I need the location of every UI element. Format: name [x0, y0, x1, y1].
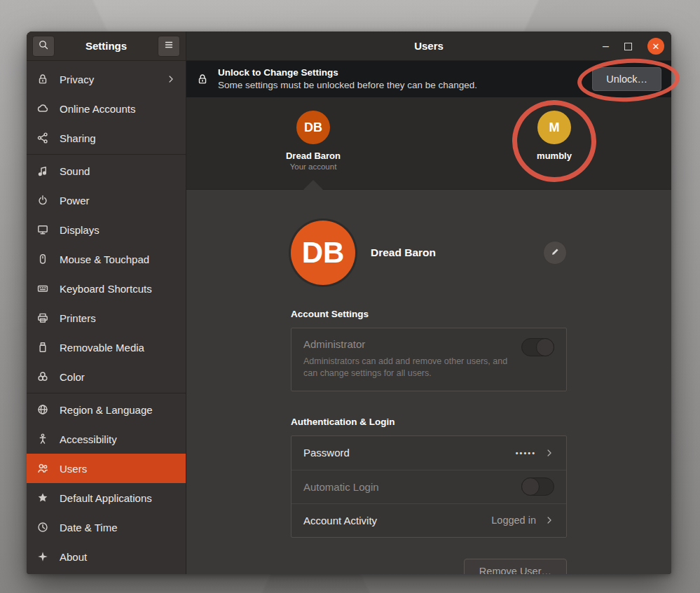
- minimize-button[interactable]: –: [603, 43, 609, 50]
- sidebar-item-printers[interactable]: Printers: [27, 303, 186, 333]
- sidebar-item-label: Region & Language: [60, 404, 176, 416]
- user-detail-panel: DB Dread Baron Account Settings Administ…: [186, 190, 671, 574]
- sidebar-item-mouse-touchpad[interactable]: Mouse & Touchpad: [27, 244, 186, 274]
- search-button[interactable]: [32, 36, 55, 57]
- sidebar-item-about[interactable]: About: [27, 542, 186, 571]
- carousel-user-dread-baron[interactable]: DB Dread Baron Your account: [268, 111, 359, 171]
- sidebar-divider: [27, 154, 186, 155]
- accessibility-icon: [36, 433, 49, 445]
- sidebar-item-sound[interactable]: Sound: [27, 156, 186, 186]
- password-row[interactable]: Password •••••: [291, 436, 566, 470]
- toggle-knob: [521, 477, 540, 496]
- auth-login-heading: Authentication & Login: [291, 417, 567, 427]
- removable-media-icon: [36, 341, 49, 354]
- avatar-dread-baron: DB: [296, 111, 330, 144]
- lock-icon: [196, 73, 209, 85]
- sidebar: Settings PrivacyOnline AccountsSharingSo…: [27, 32, 186, 574]
- sidebar-divider: [27, 393, 186, 393]
- account-settings-card: Administrator Administrators can add and…: [291, 328, 567, 391]
- sidebar-item-accessibility[interactable]: Accessibility: [27, 424, 186, 454]
- auth-login-card: Password ••••• Automatic Login Account A…: [291, 435, 567, 538]
- chevron-right-icon: [544, 448, 554, 458]
- sidebar-item-label: Keyboard Shortcuts: [60, 283, 176, 295]
- sidebar-item-date-time[interactable]: Date & Time: [27, 512, 186, 542]
- unlock-banner-text: Unlock to Change Settings Some settings …: [218, 67, 477, 91]
- sidebar-item-label: Sharing: [60, 132, 176, 144]
- sidebar-item-label: Displays: [60, 224, 176, 236]
- administrator-description: Administrators can add and remove other …: [303, 356, 514, 379]
- printer-icon: [36, 312, 49, 324]
- administrator-text: Administrator Administrators can add and…: [303, 338, 514, 379]
- sidebar-item-keyboard-shortcuts[interactable]: Keyboard Shortcuts: [27, 274, 186, 303]
- account-settings-heading: Account Settings: [291, 309, 567, 319]
- administrator-label: Administrator: [303, 338, 514, 350]
- sidebar-item-removable-media[interactable]: Removable Media: [27, 333, 186, 362]
- remove-user-button[interactable]: Remove User…: [464, 559, 567, 574]
- sidebar-item-label: Default Applications: [60, 492, 176, 504]
- sidebar-item-label: Accessibility: [60, 433, 176, 445]
- star-icon: [36, 491, 49, 504]
- avatar-mumbly: M: [537, 111, 571, 144]
- sidebar-item-label: Online Accounts: [60, 103, 176, 115]
- administrator-toggle[interactable]: [521, 338, 554, 356]
- sidebar-header: Settings: [27, 32, 186, 61]
- close-button[interactable]: ✕: [647, 38, 664, 55]
- unlock-banner: Unlock to Change Settings Some settings …: [186, 61, 671, 97]
- pencil-icon: [550, 246, 561, 260]
- profile-avatar[interactable]: DB: [291, 221, 355, 285]
- sparkle-icon: [36, 550, 49, 563]
- user-carousel: DB Dread Baron Your account M mumbly: [186, 97, 671, 190]
- desktop-background: Settings PrivacyOnline AccountsSharingSo…: [0, 0, 700, 593]
- sidebar-item-label: About: [60, 551, 176, 563]
- sidebar-item-label: Printers: [60, 312, 176, 324]
- profile-name: Dread Baron: [371, 246, 436, 259]
- color-icon: [36, 370, 49, 383]
- sidebar-item-color[interactable]: Color: [27, 362, 186, 391]
- rename-user-button[interactable]: [543, 241, 567, 265]
- administrator-row: Administrator Administrators can add and…: [291, 328, 566, 391]
- carousel-user-name: mumbly: [537, 151, 572, 161]
- unlock-button[interactable]: Unlock…: [592, 67, 661, 91]
- page-title: Users: [414, 40, 444, 52]
- lock-icon: [36, 73, 49, 85]
- users-icon: [36, 462, 49, 475]
- account-activity-label: Account Activity: [303, 515, 377, 526]
- profile-row: DB Dread Baron: [291, 221, 567, 285]
- automatic-login-label: Automatic Login: [303, 481, 379, 493]
- automatic-login-toggle[interactable]: [521, 477, 554, 496]
- toggle-knob: [536, 338, 554, 356]
- maximize-button[interactable]: [624, 43, 632, 50]
- mouse-icon: [36, 253, 49, 265]
- sidebar-item-power[interactable]: Power: [27, 186, 186, 215]
- sidebar-item-default-applications[interactable]: Default Applications: [27, 483, 186, 512]
- display-icon: [36, 223, 49, 236]
- share-icon: [36, 132, 49, 144]
- sidebar-item-users[interactable]: Users: [27, 454, 186, 483]
- globe-icon: [36, 403, 49, 416]
- automatic-login-row: Automatic Login: [291, 470, 566, 503]
- settings-window: Settings PrivacyOnline AccountsSharingSo…: [27, 32, 671, 574]
- sidebar-item-privacy[interactable]: Privacy: [27, 64, 186, 94]
- sidebar-item-label: Mouse & Touchpad: [60, 253, 176, 265]
- sidebar-item-sharing[interactable]: Sharing: [27, 123, 186, 153]
- password-label: Password: [303, 447, 350, 459]
- unlock-banner-title: Unlock to Change Settings: [218, 67, 477, 79]
- sidebar-item-label: Removable Media: [60, 342, 176, 354]
- sidebar-item-online-accounts[interactable]: Online Accounts: [27, 94, 186, 123]
- carousel-user-mumbly[interactable]: M mumbly: [509, 111, 600, 161]
- clock-icon: [36, 521, 49, 533]
- main-pane: Users – ✕ Unlock to Change Settings Some…: [186, 32, 671, 574]
- account-activity-value: Logged in: [491, 515, 536, 526]
- menu-button[interactable]: [158, 36, 180, 57]
- account-activity-row[interactable]: Account Activity Logged in: [291, 503, 566, 537]
- sidebar-item-displays[interactable]: Displays: [27, 215, 186, 244]
- sidebar-item-label: Color: [60, 371, 176, 383]
- carousel-user-subtitle: Your account: [290, 162, 337, 171]
- search-icon: [38, 39, 49, 53]
- hamburger-icon: [163, 39, 174, 53]
- chevron-right-icon: [166, 74, 176, 84]
- cloud-icon: [36, 102, 49, 115]
- sidebar-item-region-language[interactable]: Region & Language: [27, 395, 186, 424]
- sidebar-item-label: Privacy: [60, 74, 156, 85]
- unlock-banner-subtitle: Some settings must be unlocked before th…: [218, 79, 477, 92]
